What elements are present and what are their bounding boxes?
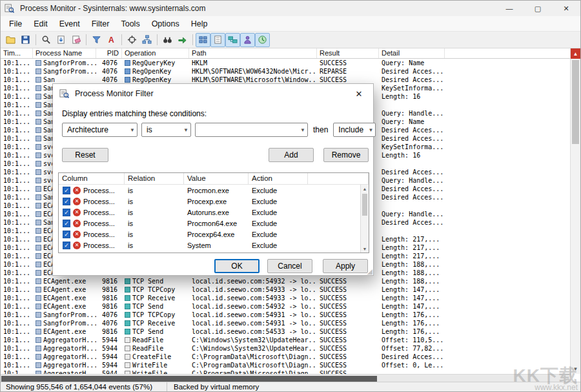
menu-tools[interactable]: Tools xyxy=(115,17,145,30)
filter-rule-row[interactable]: ✓✕Process...isProcmon64.exeExclude xyxy=(59,218,369,229)
rule-relation: is xyxy=(125,231,184,238)
column-header-process-name[interactable]: Process Name xyxy=(33,48,96,58)
filter-rule-row[interactable]: ✓✕Process...isSystemExclude xyxy=(59,240,369,251)
column-dropdown[interactable]: Architecture▼ xyxy=(62,123,138,137)
find-button[interactable] xyxy=(160,33,175,47)
cell-process-name: AggregatorH... xyxy=(33,345,96,352)
event-row[interactable]: 10:1...AggregatorH...5944WriteFileC:\Pro… xyxy=(1,369,570,374)
menu-filter[interactable]: Filter xyxy=(86,17,116,30)
event-row[interactable]: 10:1...AggregatorH...5944ReadFileC:\Wind… xyxy=(1,336,570,344)
show-filesystem-button[interactable] xyxy=(210,33,225,47)
event-row[interactable]: 10:1...SangforProm...4076TCP TCPCopyloca… xyxy=(1,311,570,319)
scroll-down-icon[interactable]: ▼ xyxy=(571,364,580,374)
column-header-path[interactable]: Path xyxy=(189,48,317,58)
resize-grip[interactable]: ◢ xyxy=(367,268,372,274)
autoscroll-button[interactable] xyxy=(54,33,68,47)
remove-button[interactable]: Remove xyxy=(323,148,369,162)
menu-help[interactable]: Help xyxy=(185,17,214,30)
dialog-title-bar[interactable]: Process Monitor Filter ✕ xyxy=(53,84,373,103)
filter-column-header-column[interactable]: Column xyxy=(59,173,125,184)
event-row[interactable]: 10:1...SangforProm...4076RegQueryKeyHKLM… xyxy=(1,59,570,67)
jump-to-button[interactable] xyxy=(175,33,190,47)
scroll-down-icon[interactable]: ▼ xyxy=(361,245,369,253)
filter-column-header-value[interactable]: Value xyxy=(184,173,249,184)
action-dropdown-value: Include xyxy=(338,125,363,134)
filter-rule-row[interactable]: ✓✕Process...isProcmon.exeExclude xyxy=(59,185,369,196)
relation-dropdown[interactable]: is▼ xyxy=(141,123,191,137)
process-tree-button[interactable] xyxy=(139,33,154,47)
filter-list-scroll-thumb[interactable] xyxy=(362,194,367,216)
filter-rule-row[interactable]: ✓✕Process...isProcexp.exeExclude xyxy=(59,196,369,207)
vertical-scroll-thumb[interactable] xyxy=(572,60,579,144)
reset-button[interactable]: Reset xyxy=(62,148,108,162)
highlight-button[interactable]: A xyxy=(104,33,119,47)
rule-checkbox[interactable]: ✓ xyxy=(63,242,70,249)
filter-rule-row[interactable]: ✓✕Process...isAutoruns.exeExclude xyxy=(59,207,369,218)
filter-button[interactable] xyxy=(89,33,104,47)
cell-path: local.id.seewo.com:54933 -> lo... xyxy=(189,286,317,293)
menu-options[interactable]: Options xyxy=(146,17,185,30)
vertical-scrollbar[interactable]: ▲ ▼ xyxy=(570,48,580,374)
column-header-result[interactable]: Result xyxy=(317,48,379,58)
event-row[interactable]: 10:1...ECAgent.exe9816TCP Receivelocal.i… xyxy=(1,294,570,302)
event-row[interactable]: 10:1...ECAgent.exe9816TCP Sendlocal.id.s… xyxy=(1,277,570,285)
cell-detail: Desired Acces... xyxy=(379,68,445,75)
show-registry-button[interactable] xyxy=(196,33,210,47)
column-header-detail[interactable]: Detail xyxy=(379,48,445,58)
column-header-operation[interactable]: Operation xyxy=(122,48,189,58)
minimize-button[interactable]: — xyxy=(495,1,524,16)
cell-path: HKLM\SOFTWARE\WOW6432Node\Micr... xyxy=(189,68,317,75)
cancel-button[interactable]: Cancel xyxy=(267,259,312,273)
cell-pid: 9816 xyxy=(96,303,122,310)
include-process-button[interactable] xyxy=(125,33,139,47)
column-dropdown-value: Architecture xyxy=(67,125,108,134)
filter-column-header-action[interactable]: Action xyxy=(249,173,308,184)
cell-time: 10:1... xyxy=(1,353,33,360)
menu-event[interactable]: Event xyxy=(54,17,86,30)
svg-text:A: A xyxy=(108,36,114,45)
scroll-up-icon[interactable]: ▲ xyxy=(571,48,580,59)
rule-checkbox[interactable]: ✓ xyxy=(63,187,70,194)
column-header-tim[interactable]: Tim... xyxy=(1,48,33,58)
add-button[interactable]: Add xyxy=(269,148,314,162)
event-row[interactable]: 10:1...AggregatorH...5944CreateFileC:\Pr… xyxy=(1,353,570,361)
filter-column-header-relation[interactable]: Relation xyxy=(125,173,184,184)
rule-checkbox[interactable]: ✓ xyxy=(63,209,70,216)
rule-checkbox[interactable]: ✓ xyxy=(63,198,70,205)
event-row[interactable]: 10:1...SangforProm...4076RegOpenKeyHKLM\… xyxy=(1,67,570,76)
cell-time: 10:1... xyxy=(1,336,33,344)
maximize-button[interactable]: ▢ xyxy=(524,1,552,16)
show-profiling-button[interactable] xyxy=(255,33,270,47)
filter-list-scrollbar[interactable]: ▲ ▼ xyxy=(360,185,369,253)
rule-checkbox[interactable]: ✓ xyxy=(63,231,70,238)
show-filesystem-icon xyxy=(213,35,223,45)
open-button[interactable] xyxy=(3,33,18,47)
cell-path: local.id.seewo.com:54932 -> lo... xyxy=(189,303,317,310)
dialog-close-icon[interactable]: ✕ xyxy=(349,84,369,103)
menu-file[interactable]: File xyxy=(3,17,28,30)
action-dropdown[interactable]: Include▼ xyxy=(333,123,376,137)
event-row[interactable]: 10:1...ECAgent.exe9816TCP Sendlocal.id.s… xyxy=(1,327,570,336)
scroll-up-icon[interactable]: ▲ xyxy=(361,185,369,192)
menu-edit[interactable]: Edit xyxy=(28,17,54,30)
close-button[interactable]: ✕ xyxy=(552,1,580,16)
event-row[interactable]: 10:1...ECAgent.exe9816TCP TCPCopylocal.i… xyxy=(1,285,570,294)
save-button[interactable] xyxy=(18,33,33,47)
filter-rule-row[interactable]: ✓✕Process...isProcexp64.exeExclude xyxy=(59,229,369,240)
show-process-button[interactable] xyxy=(240,33,255,47)
rule-checkbox[interactable]: ✓ xyxy=(63,220,70,227)
capture-button[interactable] xyxy=(39,33,54,47)
event-row[interactable]: 10:1...AggregatorH...5944WriteFileC:\Pro… xyxy=(1,361,570,369)
column-header-pid[interactable]: PID xyxy=(96,48,122,58)
ok-button[interactable]: OK xyxy=(214,259,260,273)
show-network-button[interactable] xyxy=(225,33,240,47)
event-row[interactable]: 10:1...SangforProm...4076TCP Receiveloca… xyxy=(1,319,570,327)
value-dropdown[interactable]: ▼ xyxy=(195,123,308,137)
cell-time: 10:1... xyxy=(1,135,33,142)
cell-time: 10:1... xyxy=(1,261,33,268)
apply-button[interactable]: Apply xyxy=(323,259,368,273)
process-icon xyxy=(36,295,41,301)
clear-button[interactable] xyxy=(68,33,83,47)
event-row[interactable]: 10:1...ECAgent.exe9816TCP Sendlocal.id.s… xyxy=(1,302,570,311)
event-row[interactable]: 10:1...AggregatorH...5944ReadFileC:\Wind… xyxy=(1,344,570,353)
